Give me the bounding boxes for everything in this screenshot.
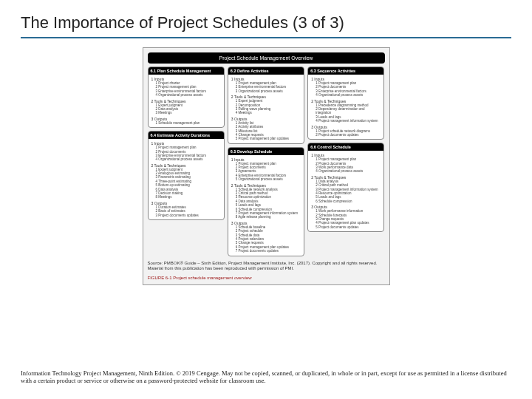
box-head: 6.1 Plan Schedule Management — [149, 67, 224, 75]
item-list: 1 Schedule network analysis 2 Critical p… — [236, 188, 301, 219]
box-6-1: 6.1 Plan Schedule Management 1 Inputs 1 … — [148, 66, 225, 128]
item-list: 1 Expert judgment 2 Decomposition 3 Roll… — [236, 99, 301, 115]
section-title: 3 Outputs — [151, 117, 168, 121]
list-item: 3 Organizational process assets — [236, 89, 301, 93]
section-title: 2 Tools & Techniques — [231, 183, 266, 188]
section-title: 3 Outputs — [231, 221, 248, 225]
list-item: 4 Project management information system — [316, 119, 381, 123]
box-6-2: 6.2 Define Activities 1 Inputs 1 Project… — [228, 66, 304, 144]
slide-title: The Importance of Project Schedules (3 o… — [21, 13, 511, 38]
list-item: 3 Meetings — [156, 111, 221, 115]
list-item: 2 Project documents updates — [316, 133, 381, 137]
item-list: 1 Precedence diagramming method 2 Depend… — [316, 103, 381, 123]
section-title: 2 Tools & Techniques — [151, 99, 186, 103]
column-2: 6.2 Define Activities 1 Inputs 1 Project… — [228, 66, 304, 256]
section-title: 2 Tools & Techniques — [311, 99, 346, 103]
item-list: 1 Schedule baseline 2 Project schedule 3… — [236, 225, 301, 253]
list-item: 5 Organizational process assets — [236, 177, 301, 181]
figure-title: Project Schedule Management Overview — [148, 52, 385, 64]
list-item: 7 Project documents updates — [236, 249, 301, 253]
list-item: 8 Agile release planning — [236, 215, 301, 219]
list-item: 1 Schedule management plan — [156, 121, 221, 125]
item-list: 1 Project charter 2 Project management p… — [156, 81, 221, 98]
item-list: 1 Expert judgment 2 Analogous estimating… — [156, 168, 221, 200]
figure-wrap: Project Schedule Management Overview 6.1… — [21, 47, 511, 285]
list-item: 2 Dependency determination and integrati… — [316, 107, 381, 115]
list-item: 4 Organizational process assets — [316, 93, 381, 97]
list-item: 8 Meetings — [156, 195, 221, 199]
list-item: 5 Project documents updates — [316, 225, 381, 229]
box-6-4: 6.4 Estimate Activity Durations 1 Inputs… — [148, 131, 225, 220]
section-title: 3 Outputs — [311, 125, 327, 129]
list-item: 4 Meetings — [236, 111, 301, 115]
box-head: 6.2 Define Activities — [228, 67, 304, 75]
section-title: 3 Outputs — [231, 117, 248, 121]
list-item: 4 Organizational process assets — [156, 157, 221, 161]
item-list: 1 Expert judgment 2 Data analysis 3 Meet… — [156, 103, 221, 115]
box-head: 6.3 Sequence Activities — [308, 67, 383, 75]
item-list: 1 Project management plan 2 Project docu… — [156, 146, 221, 162]
figure-columns: 6.1 Plan Schedule Management 1 Inputs 1 … — [148, 66, 385, 256]
box-head: 6.4 Estimate Activity Durations — [149, 132, 224, 139]
section-title: 2 Tools & Techniques — [311, 175, 346, 180]
slide: The Importance of Project Schedules (3 o… — [0, 0, 532, 399]
list-item: 4 Organizational process assets — [156, 93, 221, 97]
box-6-5: 6.5 Develop Schedule 1 Inputs 1 Project … — [228, 147, 304, 256]
list-item: 5 Project management plan updates — [236, 137, 301, 140]
list-item: 6 Schedule compression — [316, 200, 381, 203]
figure-caption: FIGURE 6-1 Project schedule management o… — [148, 276, 385, 280]
item-list: 1 Project management plan 2 Enterprise e… — [236, 81, 301, 93]
item-list: 1 Project management plan 2 Project docu… — [316, 81, 381, 98]
section-title: 1 Inputs — [231, 157, 245, 162]
column-1: 6.1 Plan Schedule Management 1 Inputs 1 … — [148, 66, 225, 256]
box-6-3: 6.3 Sequence Activities 1 Inputs 1 Proje… — [307, 66, 384, 140]
section-title: 2 Tools & Techniques — [151, 163, 186, 168]
figure-source: Source: PMBOK® Guide – Sixth Edition, Pr… — [148, 261, 385, 271]
box-head: 6.6 Control Schedule — [308, 143, 383, 151]
list-item: 4 Organizational process assets — [316, 169, 381, 173]
section-title: 3 Outputs — [151, 201, 168, 205]
item-list: 1 Schedule management plan — [156, 121, 221, 125]
slide-footer: Information Technology Project Managemen… — [21, 369, 511, 384]
box-6-6: 6.6 Control Schedule 1 Inputs 1 Project … — [307, 143, 384, 232]
item-list: 1 Activity list 2 Activity attributes 3 … — [236, 121, 301, 141]
list-item: 3 Project documents updates — [156, 214, 221, 217]
item-list: 1 Work performance information 2 Schedul… — [316, 209, 381, 229]
item-list: 1 Project management plan 2 Project docu… — [236, 162, 301, 182]
item-list: 1 Project schedule network diagrams 2 Pr… — [316, 129, 381, 137]
figure: Project Schedule Management Overview 6.1… — [143, 47, 390, 285]
box-head: 6.5 Develop Schedule — [228, 148, 304, 155]
item-list: 1 Duration estimates 2 Basis of estimate… — [156, 205, 221, 217]
column-3: 6.3 Sequence Activities 1 Inputs 1 Proje… — [307, 66, 384, 256]
item-list: 1 Project management plan 2 Project docu… — [316, 157, 381, 174]
item-list: 1 Data analysis 2 Critical path method 3… — [316, 180, 381, 203]
